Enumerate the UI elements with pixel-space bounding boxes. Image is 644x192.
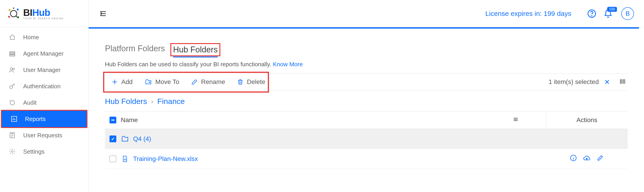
- delete-button[interactable]: Delete: [234, 76, 268, 87]
- svg-point-17: [592, 16, 592, 16]
- key-icon: [9, 83, 16, 90]
- row-checkbox[interactable]: [110, 156, 116, 162]
- description-text: Hub Folders can be used to classify your…: [105, 61, 273, 68]
- selection-count: 1 item(s) selected: [548, 78, 599, 86]
- breadcrumb-current[interactable]: Finance: [158, 97, 185, 106]
- sidebar-item-label: Audit: [23, 99, 36, 106]
- sidebar-item-reports[interactable]: Reports: [2, 111, 86, 127]
- svg-point-6: [13, 7, 14, 9]
- chevron-right-icon: ›: [151, 98, 153, 105]
- bihub-logo-icon: [7, 7, 20, 20]
- logo-hub: Hub: [32, 7, 50, 18]
- avatar[interactable]: B: [621, 7, 634, 20]
- folder-icon: [121, 135, 129, 143]
- help-button[interactable]: [587, 9, 597, 19]
- sidebar-item-user-manager[interactable]: User Manager: [0, 62, 88, 78]
- svg-point-11: [13, 68, 15, 70]
- toolbar: Add Move To Rename Delete 1 item(s) sele…: [105, 73, 628, 91]
- sidebar-item-label: User Requests: [23, 132, 62, 139]
- row-checkbox[interactable]: [110, 136, 116, 142]
- sidebar: BI Hub YOUR BI SEARCH ENGINE Home Agent …: [0, 0, 88, 192]
- content: Platform Folders Hub Folders Hub Folders…: [88, 27, 644, 192]
- edit-icon[interactable]: [597, 155, 604, 163]
- delete-label: Delete: [247, 78, 265, 86]
- sidebar-item-label: Reports: [25, 116, 46, 123]
- svg-point-4: [8, 16, 10, 18]
- breadcrumb: Hub Folders › Finance: [105, 97, 628, 106]
- audit-icon: [9, 99, 16, 106]
- table-row[interactable]: Q4 (4): [105, 129, 628, 149]
- row-name: Training-Plan-New.xlsx: [133, 155, 198, 163]
- collapse-sidebar-button[interactable]: [98, 9, 108, 18]
- svg-point-10: [10, 68, 12, 70]
- content-accent-bar: [88, 27, 639, 29]
- svg-point-3: [17, 9, 19, 10]
- table-header: Name Actions: [105, 111, 628, 129]
- select-all-checkbox[interactable]: [110, 117, 116, 123]
- notifications-button[interactable]: 100: [603, 9, 613, 19]
- sidebar-item-label: User Manager: [23, 66, 61, 74]
- col-actions-header: Actions: [546, 111, 628, 129]
- svg-point-12: [10, 86, 13, 89]
- svg-point-5: [17, 16, 19, 18]
- table-row[interactable]: Training-Plan-New.xlsx: [105, 149, 628, 169]
- header: License expires in: 199 days 100 B: [88, 0, 644, 27]
- logo-tagline: YOUR BI SEARCH ENGINE: [23, 17, 64, 20]
- sidebar-nav: Home Agent Manager User Manager Authenti…: [0, 27, 88, 160]
- sidebar-item-user-requests[interactable]: User Requests: [0, 127, 88, 143]
- tab-platform-folders[interactable]: Platform Folders: [105, 44, 165, 56]
- license-text[interactable]: License expires in: 199 days: [485, 10, 571, 17]
- breadcrumb-root[interactable]: Hub Folders: [105, 97, 147, 106]
- row-name: Q4 (4): [133, 135, 151, 143]
- sidebar-item-agent-manager[interactable]: Agent Manager: [0, 45, 88, 62]
- gear-icon: [9, 148, 16, 155]
- move-to-label: Move To: [156, 78, 179, 86]
- col-name-header[interactable]: Name: [121, 116, 138, 124]
- tabs: Platform Folders Hub Folders: [105, 36, 628, 56]
- sidebar-item-label: Authentication: [23, 83, 61, 90]
- add-label: Add: [121, 78, 133, 86]
- sidebar-item-label: Agent Manager: [23, 50, 64, 57]
- svg-rect-7: [10, 51, 15, 53]
- columns-button[interactable]: [619, 78, 626, 86]
- sidebar-item-authentication[interactable]: Authentication: [0, 78, 88, 94]
- info-icon[interactable]: [570, 155, 577, 163]
- home-icon: [9, 34, 16, 41]
- download-icon[interactable]: [583, 155, 590, 163]
- sidebar-item-label: Home: [23, 34, 39, 41]
- users-icon: [9, 66, 16, 74]
- main: License expires in: 199 days 100 B Platf…: [88, 0, 644, 192]
- sidebar-item-settings[interactable]: Settings: [0, 143, 88, 160]
- description: Hub Folders can be used to classify your…: [105, 61, 628, 68]
- notifications-badge: 100: [607, 7, 617, 12]
- logo-area: BI Hub YOUR BI SEARCH ENGINE: [0, 0, 88, 27]
- report-file-icon: [121, 155, 129, 163]
- svg-point-0: [10, 10, 17, 17]
- svg-rect-9: [10, 55, 15, 56]
- svg-point-15: [11, 151, 13, 153]
- rename-button[interactable]: Rename: [188, 76, 228, 87]
- svg-point-2: [9, 9, 10, 11]
- reports-icon: [10, 115, 18, 123]
- know-more-link[interactable]: Know More: [273, 61, 303, 68]
- sidebar-item-label: Settings: [23, 148, 44, 155]
- clear-selection-button[interactable]: ✕: [604, 78, 610, 86]
- sidebar-item-home[interactable]: Home: [0, 29, 88, 45]
- rename-label: Rename: [201, 78, 225, 86]
- tab-hub-folders[interactable]: Hub Folders: [173, 45, 218, 57]
- logo-bi: BI: [23, 7, 32, 18]
- add-button[interactable]: Add: [108, 76, 136, 87]
- sort-icon[interactable]: [513, 116, 518, 124]
- agent-icon: [9, 50, 16, 57]
- move-to-button[interactable]: Move To: [142, 76, 182, 87]
- requests-icon: [9, 132, 16, 139]
- svg-rect-8: [10, 53, 15, 54]
- sidebar-item-audit[interactable]: Audit: [0, 94, 88, 111]
